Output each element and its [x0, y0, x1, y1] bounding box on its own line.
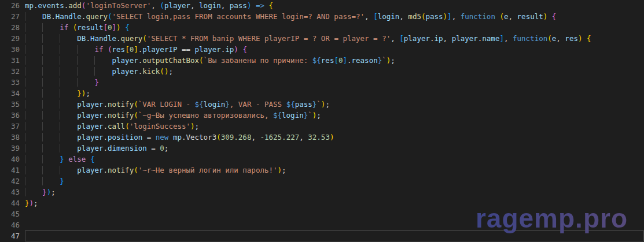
code-token: `~g~Вы успешно авторизовались, — [138, 111, 273, 120]
indent-guide — [25, 12, 42, 21]
line-content[interactable]: } — [25, 77, 644, 88]
code-token — [104, 45, 108, 54]
code-token: ] — [447, 12, 452, 21]
code-token: { — [552, 12, 557, 21]
code-token: 0 — [108, 23, 112, 32]
line-content[interactable]: } else { — [25, 154, 644, 165]
code-token: ] — [499, 34, 504, 43]
line-content[interactable]: if (result[0]) { — [25, 22, 644, 33]
code-token: 0 — [160, 144, 164, 152]
code-line: 27 DB.Handle.query('SELECT login,pass FR… — [0, 11, 644, 22]
code-token: ip — [225, 45, 234, 54]
line-number: 31 — [0, 55, 25, 66]
indent-guide — [42, 78, 60, 87]
line-content[interactable]: mp.events.add('loginToServer', (player, … — [25, 0, 644, 11]
code-token: ( — [142, 34, 147, 43]
indent-guide — [25, 56, 42, 65]
code-token: . — [51, 12, 56, 21]
code-token: ( — [160, 1, 164, 10]
code-token: player — [195, 45, 221, 54]
code-token: kick — [142, 67, 160, 76]
code-token: md5 — [408, 12, 421, 21]
line-number: 38 — [0, 132, 25, 143]
code-token: { — [242, 45, 247, 54]
indent-guide — [25, 67, 42, 76]
code-token: new — [156, 133, 169, 142]
line-number: 47 — [0, 230, 25, 241]
code-line: 33 } — [0, 77, 644, 88]
code-line: 37 player.call('loginSuccess'); — [0, 121, 644, 132]
indent-guide — [42, 56, 60, 65]
line-content[interactable]: if (res[0].playerIP == player.ip) { — [25, 44, 644, 55]
indent-guide — [42, 89, 60, 98]
code-token: . — [116, 34, 121, 43]
code-token: player — [404, 34, 430, 43]
line-content[interactable]: player.notify(`VAR LOGIN - ${login}, VAR… — [25, 99, 644, 110]
code-line: 34 }); — [0, 88, 644, 99]
code-token: } — [77, 89, 82, 98]
code-token: ( — [125, 122, 130, 131]
line-content[interactable]: }); — [25, 187, 644, 198]
code-token: ( — [199, 56, 204, 65]
line-number: 40 — [0, 154, 25, 165]
code-line: 32 player.kick(); — [0, 66, 644, 77]
code-token: res — [565, 34, 578, 43]
indent-guide — [42, 122, 60, 131]
indent-guide — [60, 144, 77, 152]
code-editor[interactable]: 26mp.events.add('loginToServer', (player… — [0, 0, 644, 242]
code-token: ( — [216, 133, 221, 142]
line-content[interactable]: player.call('loginSuccess'); — [25, 121, 644, 132]
code-token: . — [34, 1, 38, 10]
code-token: ; — [164, 144, 169, 152]
code-token: Handle — [56, 12, 82, 21]
code-token: add — [68, 1, 82, 10]
code-token: pass — [295, 100, 312, 109]
code-token: player — [77, 122, 103, 131]
code-token: ( — [134, 166, 138, 174]
line-content[interactable]: player.outputChatBox(`Вы забанены по при… — [25, 55, 644, 66]
line-content[interactable]: DB.Handle.query('SELECT * FROM banip WHE… — [25, 33, 644, 44]
code-token: [ — [125, 45, 130, 54]
line-content[interactable]: player.notify('~r~Не верный логин или па… — [25, 165, 644, 176]
code-token: , — [221, 1, 230, 10]
line-number: 35 — [0, 99, 25, 110]
code-token: , — [391, 34, 399, 43]
line-content[interactable]: } — [25, 176, 644, 187]
code-token: mp — [25, 1, 34, 10]
code-line: 28 if (result[0]) { — [0, 22, 644, 33]
code-token: , — [452, 12, 461, 21]
code-line: 40 } else { — [0, 154, 644, 165]
code-token: pass — [230, 1, 247, 10]
code-token: [ — [399, 34, 404, 43]
code-token: playerIP — [142, 45, 177, 54]
line-content[interactable]: player.dimension = 0; — [25, 143, 644, 154]
code-token: call — [108, 122, 125, 131]
code-token: pass — [425, 12, 443, 21]
code-token: ] — [343, 56, 347, 65]
code-token: ; — [195, 122, 200, 131]
code-token — [264, 1, 269, 10]
code-token: ] — [134, 45, 138, 54]
code-token: else — [68, 155, 86, 163]
code-token: ( — [499, 12, 504, 21]
code-token: . — [430, 34, 435, 43]
code-token: ) — [30, 199, 34, 207]
code-token: ; — [325, 100, 330, 109]
line-content[interactable]: player.kick(); — [25, 66, 644, 77]
indent-guide — [77, 78, 94, 87]
code-token: , — [399, 12, 408, 21]
code-token: notify — [108, 111, 134, 120]
code-token: function — [461, 12, 495, 21]
code-line: 39 player.dimension = 0; — [0, 143, 644, 154]
indent-guide — [60, 56, 77, 65]
indent-guide — [94, 67, 112, 76]
indent-guide — [25, 45, 42, 54]
code-token: , — [365, 12, 373, 21]
line-content[interactable]: player.notify(`~g~Вы успешно авторизовал… — [25, 110, 644, 121]
line-content[interactable]: player.position = new mp.Vector3(309.268… — [25, 132, 644, 143]
line-content[interactable]: DB.Handle.query('SELECT login,pass FROM … — [25, 11, 644, 22]
indent-guide — [94, 56, 112, 65]
indent-guide — [25, 166, 42, 174]
line-content[interactable]: }); — [25, 88, 644, 99]
code-token: . — [103, 144, 108, 152]
